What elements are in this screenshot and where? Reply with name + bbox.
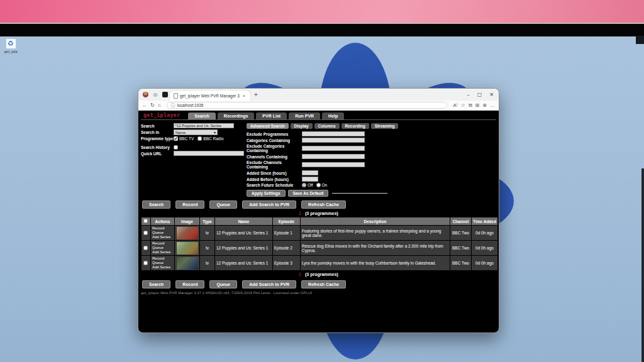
results-count: (3 programmes) xyxy=(305,211,338,216)
desktop-shortcut[interactable]: ♻ get_ipla xyxy=(0,38,21,53)
collections-icon[interactable]: ⊞ xyxy=(475,102,480,108)
header-type[interactable]: Type xyxy=(200,217,215,226)
bbc-radio-checkbox[interactable] xyxy=(197,136,202,141)
favorites-star-icon[interactable]: ☆ xyxy=(461,102,465,108)
record-button[interactable]: Record xyxy=(175,200,204,209)
record-link[interactable]: Record xyxy=(152,256,173,261)
refresh-cache-button[interactable]: Refresh Cache xyxy=(301,200,346,209)
header-time-added[interactable]: Time Added xyxy=(472,217,498,226)
action-buttons-top: Search Record Queue Add Search to PVR Re… xyxy=(142,200,496,209)
nav-tab-help[interactable]: Help xyxy=(322,112,344,119)
search-input[interactable] xyxy=(174,123,234,128)
queue-button[interactable]: Queue xyxy=(209,200,237,209)
nav-tab-recordings[interactable]: Recordings xyxy=(218,112,255,119)
select-all-checkbox[interactable] xyxy=(143,219,148,223)
tab-columns[interactable]: Columns xyxy=(314,123,340,129)
categories-containing-input[interactable] xyxy=(302,138,365,143)
site-info-icon[interactable]: ⓘ xyxy=(171,102,175,109)
add-series-link[interactable]: Add Series xyxy=(152,265,173,270)
screen-edge-strip xyxy=(641,168,644,362)
exclude-programmes-label: Exclude Programmes xyxy=(247,132,302,136)
tab-streaming[interactable]: Streaming xyxy=(371,123,399,129)
nav-tab-pvr-list[interactable]: PVR List xyxy=(256,112,287,119)
more-menu-icon[interactable]: … xyxy=(490,102,495,108)
queue-button[interactable]: Queue xyxy=(209,280,237,288)
maximize-button[interactable]: ▢ xyxy=(477,92,482,97)
header-description[interactable]: Description xyxy=(301,217,450,226)
record-button[interactable]: Record xyxy=(175,280,204,288)
add-series-link[interactable]: Add Series xyxy=(152,250,173,255)
add-search-to-pvr-button[interactable]: Add Search to PVR xyxy=(242,200,296,209)
extensions-icon[interactable]: ⊕ xyxy=(482,102,487,108)
address-bar[interactable]: ⓘ localhost:1935 xyxy=(167,102,448,109)
cell-name: 12 Puppies and Us: Series 1 xyxy=(215,241,273,256)
nav-tab-run-pvr[interactable]: Run PVR xyxy=(289,112,320,119)
header-actions[interactable]: Actions xyxy=(151,217,175,226)
home-icon[interactable]: ⌂ xyxy=(158,102,161,108)
queue-link[interactable]: Queue xyxy=(152,246,173,250)
queue-link[interactable]: Queue xyxy=(152,231,173,235)
save-as-default-button[interactable]: Save As Default xyxy=(288,190,329,197)
read-aloud-icon[interactable]: A⁾ xyxy=(453,102,457,108)
search-history-checkbox[interactable] xyxy=(174,145,178,150)
tab-close-icon[interactable]: × xyxy=(243,94,245,98)
row-checkbox[interactable] xyxy=(143,246,148,250)
nav-tab-search[interactable]: Search xyxy=(188,112,215,119)
apply-settings-button[interactable]: Apply Settings xyxy=(247,190,286,197)
back-icon[interactable]: ← xyxy=(142,102,147,108)
page-number[interactable]: 1 xyxy=(299,211,301,216)
header-image[interactable]: Image xyxy=(175,217,200,226)
record-link[interactable]: Record xyxy=(152,226,173,231)
search-in-value: Name xyxy=(175,131,186,134)
exclude-channels-input[interactable] xyxy=(302,162,365,167)
added-before-input[interactable] xyxy=(302,177,318,182)
row-checkbox[interactable] xyxy=(143,231,148,235)
url-text: localhost:1935 xyxy=(177,103,204,107)
row-checkbox[interactable] xyxy=(143,261,148,265)
page-icon xyxy=(174,93,178,99)
minimize-button[interactable]: – xyxy=(467,92,469,97)
channels-containing-input[interactable] xyxy=(302,154,365,159)
bbc-tv-checkbox[interactable] xyxy=(174,136,178,141)
refresh-icon[interactable]: ↻ xyxy=(150,102,155,108)
added-before-label: Added Before (hours) xyxy=(247,177,302,182)
app-footer: get_iplayer Web PVR Manager 3.27.1-MSWin… xyxy=(141,291,496,295)
exclude-programmes-input[interactable] xyxy=(302,131,365,136)
results-table: Actions Image Type Name Episode Descript… xyxy=(141,217,498,271)
workspaces-icon[interactable]: ◎ xyxy=(152,92,159,97)
header-channel[interactable]: Channel xyxy=(450,217,472,226)
tab-actions-menu-icon[interactable] xyxy=(162,92,168,97)
quick-url-input[interactable] xyxy=(174,151,244,156)
refresh-cache-button[interactable]: Refresh Cache xyxy=(301,280,346,288)
results-pagination-top: 1 (3 programmes) xyxy=(141,211,496,216)
future-schedule-off-label: Off xyxy=(308,183,313,187)
search-button[interactable]: Search xyxy=(142,280,170,288)
header-episode[interactable]: Episode xyxy=(273,217,301,226)
tab-advanced-search[interactable]: Advanced Search xyxy=(247,123,289,129)
search-button[interactable]: Search xyxy=(142,200,170,209)
main-nav: get_iplayer Search Recordings PVR List R… xyxy=(141,112,496,120)
programme-type-label: Programme type xyxy=(141,136,174,141)
page-number[interactable]: 1 xyxy=(299,272,301,277)
browser-tab[interactable]: get_iplayer Web PVR Manager 3 × xyxy=(170,90,250,101)
future-schedule-on-radio[interactable] xyxy=(316,183,321,187)
exclude-categories-input[interactable] xyxy=(302,146,365,151)
record-link[interactable]: Record xyxy=(152,241,173,246)
profile-avatar-icon[interactable] xyxy=(143,92,148,97)
search-history-label: Search History xyxy=(141,145,174,150)
add-search-to-pvr-button[interactable]: Add Search to PVR xyxy=(242,280,296,288)
browser-window: ◎ get_iplayer Web PVR Manager 3 × + – ▢ … xyxy=(138,88,499,333)
cell-name: 12 Puppies and Us: Series 1 xyxy=(215,226,273,241)
header-name[interactable]: Name xyxy=(215,217,273,226)
shortcut-file-icon: ♻ xyxy=(6,38,16,49)
close-button[interactable]: ✕ xyxy=(489,92,494,97)
split-screen-icon[interactable]: ⧉ xyxy=(469,102,472,109)
add-series-link[interactable]: Add Series xyxy=(152,235,173,239)
queue-link[interactable]: Queue xyxy=(152,261,173,265)
tab-display[interactable]: Display xyxy=(291,123,313,129)
tab-recording[interactable]: Recording xyxy=(341,123,369,129)
search-in-select[interactable]: Name ▾ xyxy=(174,129,218,135)
new-tab-button[interactable]: + xyxy=(254,91,258,98)
added-since-input[interactable] xyxy=(302,170,318,175)
future-schedule-off-radio[interactable] xyxy=(302,183,306,187)
